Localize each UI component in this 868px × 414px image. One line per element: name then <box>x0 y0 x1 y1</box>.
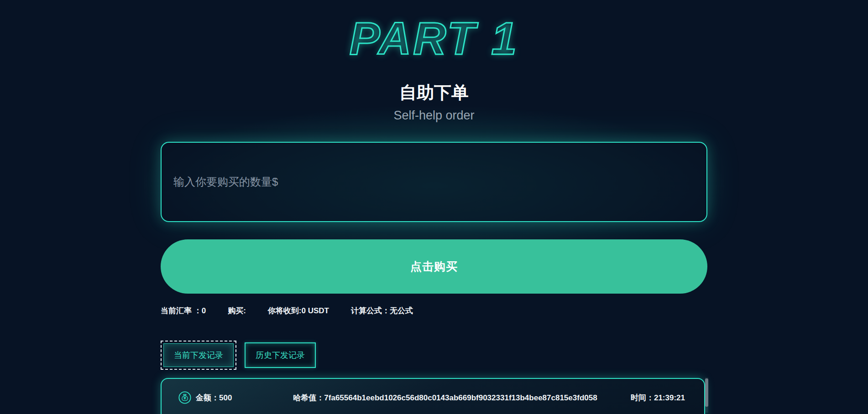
receive-amount-label: 你将收到:0 USDT <box>268 305 329 316</box>
records-scrollbar[interactable] <box>705 378 708 413</box>
record-card: ¥ 金额：500 哈希值：7fa65564b1eebd1026c56d80c01… <box>161 378 705 414</box>
record-amount-text: 金额：500 <box>196 393 232 403</box>
record-amount-group: ¥ 金额：500 <box>178 391 274 404</box>
part-title: PART 1 <box>161 16 707 61</box>
self-help-order-page: PART 1 自助下单 Self-help order 点击购买 当前汇率 ：0… <box>0 0 868 414</box>
record-hash-text: 哈希值：7fa65564b1eebd1026c56d80c0143ab669bf… <box>274 393 617 403</box>
tab-history-records-label: 历史下发记录 <box>246 343 315 367</box>
records-scrollbar-thumb[interactable] <box>705 378 708 407</box>
records-list: ¥ 金额：500 哈希值：7fa65564b1eebd1026c56d80c01… <box>161 378 707 414</box>
tab-current-records[interactable]: 当前下发记录 <box>161 341 236 370</box>
page-title: 自助下单 <box>161 81 707 104</box>
exchange-stats-row: 当前汇率 ：0 购买: 你将收到:0 USDT 计算公式：无公式 <box>161 305 707 316</box>
record-tabs: 当前下发记录 历史下发记录 <box>161 341 707 370</box>
money-bag-icon: ¥ <box>178 391 192 404</box>
record-time-text: 时间：21:39:21 <box>617 393 685 403</box>
formula-label: 计算公式：无公式 <box>351 305 413 316</box>
record-row: ¥ 金额：500 哈希值：7fa65564b1eebd1026c56d80c01… <box>162 379 704 404</box>
buy-label: 购买: <box>228 305 246 316</box>
current-rate-label: 当前汇率 ：0 <box>161 305 206 316</box>
tab-current-records-label: 当前下发记录 <box>163 343 234 367</box>
purchase-amount-input[interactable] <box>161 142 707 222</box>
buy-button[interactable]: 点击购买 <box>161 239 707 294</box>
svg-text:¥: ¥ <box>183 396 186 400</box>
page-subtitle: Self-help order <box>161 109 707 123</box>
tab-history-records[interactable]: 历史下发记录 <box>245 342 316 368</box>
